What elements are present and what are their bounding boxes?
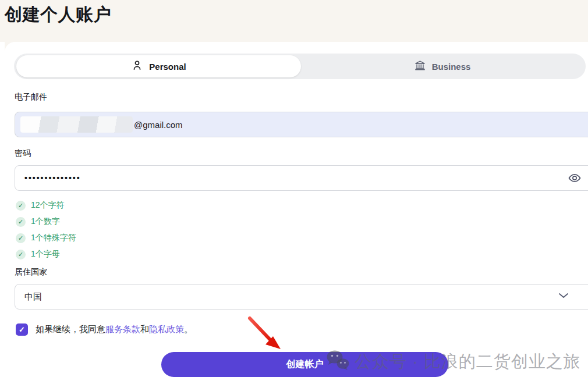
- terms-prefix: 如果继续，我同意: [36, 324, 105, 334]
- rule-length: ✓ 12个字符: [16, 197, 76, 214]
- country-selected-value: 中国: [24, 291, 42, 303]
- title-suffix: 账户: [76, 5, 111, 24]
- terms-of-service-link[interactable]: 服务条款: [105, 324, 140, 334]
- rule-number: ✓ 1个数字: [16, 214, 76, 230]
- email-value: @gmail.com: [134, 120, 183, 130]
- account-type-tabs: Personal Business: [14, 54, 586, 79]
- country-select[interactable]: 中国: [15, 284, 588, 310]
- signup-screen: 创建个人账户 Personal Business: [0, 0, 588, 384]
- country-label: 居住国家: [15, 267, 47, 278]
- check-icon: ✓: [16, 233, 26, 243]
- password-label: 密码: [15, 148, 31, 159]
- check-icon: ✓: [16, 201, 26, 211]
- terms-conjunction: 和: [140, 324, 149, 334]
- bank-icon: [414, 59, 426, 73]
- rule-text: 1个特殊字符: [31, 233, 76, 243]
- chevron-down-icon: [558, 291, 569, 302]
- rule-text: 12个字符: [31, 200, 65, 211]
- page-header: 创建个人账户: [0, 0, 588, 42]
- tab-personal-label: Personal: [149, 62, 186, 72]
- terms-suffix: 。: [184, 324, 193, 334]
- title-prefix: 创建: [5, 5, 40, 24]
- terms-checkbox[interactable]: ✓: [16, 323, 28, 336]
- page-title: 创建个人账户: [5, 3, 111, 27]
- rule-letter: ✓ 1个字母: [16, 246, 76, 262]
- create-account-button[interactable]: 创建帐户: [161, 352, 448, 377]
- person-icon: [131, 59, 143, 73]
- tab-business[interactable]: Business: [301, 54, 583, 79]
- check-icon: ✓: [16, 217, 26, 227]
- check-icon: ✓: [16, 250, 26, 259]
- password-masked-value: ••••••••••••••: [24, 173, 81, 183]
- tab-business-label: Business: [432, 62, 471, 72]
- tab-personal[interactable]: Personal: [16, 55, 301, 77]
- rule-text: 1个数字: [31, 216, 60, 227]
- password-input[interactable]: ••••••••••••••: [15, 165, 588, 191]
- redacted-email-mask: [20, 116, 133, 133]
- email-input[interactable]: @gmail.com: [15, 112, 588, 137]
- toggle-password-visibility-button[interactable]: [567, 171, 582, 186]
- rule-special-char: ✓ 1个特殊字符: [16, 230, 76, 246]
- rule-text: 1个字母: [31, 249, 60, 259]
- email-label: 电子邮件: [15, 92, 47, 102]
- eye-icon: [568, 178, 582, 187]
- terms-text: 如果继续，我同意服务条款和隐私政策。: [36, 324, 193, 335]
- terms-row: ✓ 如果继续，我同意服务条款和隐私政策。: [16, 323, 193, 336]
- privacy-policy-link[interactable]: 隐私政策: [149, 324, 184, 334]
- password-rules: ✓ 12个字符 ✓ 1个数字 ✓ 1个特殊字符 ✓ 1个字母: [16, 197, 76, 262]
- title-bold: 个人: [40, 5, 76, 24]
